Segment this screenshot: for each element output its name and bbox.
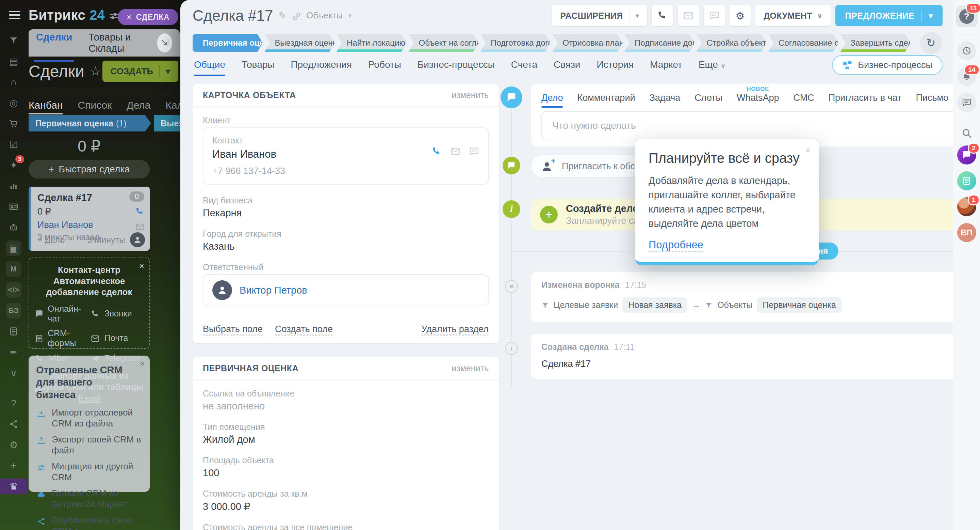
learn-more-link[interactable]: Подробнее (649, 239, 703, 252)
cart-icon[interactable] (6, 116, 21, 131)
responsible-name[interactable]: Виктор Петров (240, 285, 307, 296)
favorite-star-icon[interactable]: ☆ (90, 64, 102, 79)
stage-3[interactable]: Найти локацию (337, 34, 407, 52)
messenger-icon[interactable]: 2 (957, 145, 976, 164)
help-icon[interactable]: ? (6, 396, 21, 411)
add-todo-button[interactable]: + (540, 206, 558, 223)
stage-6[interactable]: Отрисовка планогра... (553, 34, 623, 52)
extensions-button[interactable]: РАСШИРЕНИЯ ▾ (552, 5, 647, 26)
history-clock-icon[interactable] (957, 41, 976, 60)
structure-icon[interactable] (6, 416, 21, 432)
timeline-tab-задача[interactable]: Задача (649, 93, 681, 103)
phone-icon[interactable] (135, 206, 144, 216)
kanban-column-header[interactable]: Первичная оценка (1) (29, 115, 151, 131)
field-value[interactable]: 3 000.00 ₽ (203, 501, 488, 512)
code-icon[interactable]: </> (6, 282, 21, 298)
kanban-deal-card[interactable]: Сделка #17 0 0 ₽ Иван Иванов 3 минуты на… (29, 187, 150, 251)
menu-hamburger-icon[interactable] (9, 11, 21, 20)
timeline-tab-пригласить в чат[interactable]: Пригласить в чат (829, 93, 902, 103)
stage-1[interactable]: Первичная оценка (192, 34, 263, 52)
chat-icon[interactable] (469, 145, 479, 156)
tab-общие[interactable]: Общие (194, 59, 225, 70)
tab-товары[interactable]: Товары (242, 59, 274, 70)
products-icon[interactable]: ▣ (6, 241, 21, 256)
crm-icon[interactable]: ✦3 (6, 157, 21, 173)
market-icon[interactable]: M (6, 261, 21, 277)
mail-button[interactable] (678, 5, 699, 26)
kanban-card-title[interactable]: Сделка #17 (37, 192, 143, 203)
tab-счета[interactable]: Счета (511, 59, 537, 70)
target-icon[interactable]: ◎ (6, 95, 21, 111)
tasks-icon[interactable]: ☑ (6, 137, 21, 152)
chart-icon[interactable] (6, 178, 21, 194)
tab-история[interactable]: История (597, 59, 633, 70)
tab-предложения[interactable]: Предложения (291, 59, 352, 70)
tab-роботы[interactable]: Роботы (368, 59, 401, 70)
news-feed-icon[interactable] (957, 171, 976, 190)
link-icon[interactable] (292, 10, 301, 21)
stage-2[interactable]: Выездная оценка (265, 34, 335, 52)
user-avatar[interactable]: ВП (957, 223, 976, 242)
sign-icon[interactable]: ✒ (6, 344, 21, 360)
channel-звонки[interactable]: Звонки (90, 304, 143, 324)
create-deal-button[interactable]: СОЗДАТЬ ▾ (102, 61, 178, 82)
kb-icon[interactable]: БЗ (6, 303, 21, 318)
timeline-entry-deal-created[interactable]: i Создана сделка 17:11 Сделка #17 (531, 334, 980, 379)
workspace-tab-1[interactable]: Сделки (36, 32, 72, 54)
calendar-icon[interactable]: ▤ (6, 53, 21, 69)
workspace-tab-2[interactable]: Товары и Склады (89, 32, 141, 54)
document-button[interactable]: ДОКУМЕНТ ∨ (756, 5, 830, 26)
chevron-down-icon[interactable]: ▾ (929, 11, 933, 21)
responsible-sub-card[interactable]: Виктор Петров (203, 274, 488, 306)
view-tab-3[interactable]: Дела (127, 99, 150, 111)
entity-selector[interactable]: Объекты (306, 10, 343, 21)
add-icon[interactable]: + (6, 458, 21, 473)
chevron-down-icon[interactable]: ▾ (166, 66, 170, 77)
dialogs-icon[interactable] (957, 93, 976, 112)
store-icon[interactable]: ⌂ (6, 74, 21, 90)
close-icon[interactable]: × (139, 261, 144, 271)
timeline-tab-смс[interactable]: СМС (793, 93, 814, 103)
slider-icon[interactable] (109, 9, 119, 21)
channel-почта[interactable]: Почта (90, 328, 143, 348)
assistant-avatar[interactable]: 1 (957, 197, 976, 216)
robot-icon[interactable] (6, 220, 21, 235)
close-icon[interactable]: × (140, 358, 145, 369)
quick-deal-button[interactable]: + Быстрая сделка (29, 160, 150, 179)
deal-slider-chip[interactable]: × СДЕЛКА (118, 9, 178, 25)
stage-4[interactable]: Объект на согласова... (409, 34, 479, 52)
filter-icon[interactable] (6, 33, 21, 48)
chevron-down-icon[interactable]: ▾ (636, 11, 639, 20)
notifications-bell-icon[interactable]: 14 (957, 67, 976, 86)
field-value[interactable]: Жилой дом (203, 434, 488, 445)
stage-5[interactable]: Подготовка договор... (480, 34, 551, 52)
contacts-icon[interactable] (6, 199, 21, 215)
industry-item[interactable]: Экспорт своей CRM в файл (36, 434, 142, 456)
channel-онлайн-чат[interactable]: Онлайн-чат (35, 304, 88, 324)
collapse-button[interactable]: ⇲ (157, 34, 172, 53)
tab-маркет[interactable]: Маркет (650, 59, 682, 70)
edit-link[interactable]: изменить (452, 364, 488, 373)
stage-9[interactable]: Согласование свода ... (768, 34, 839, 52)
timeline-tab-whatsapp[interactable]: НОВОЕWhatsApp (737, 93, 779, 103)
collapse-icon[interactable]: ∨ (6, 365, 21, 381)
timeline-entry-funnel-changed[interactable]: ≡ Изменена воронка 17:15 Целевые заявкиН… (531, 272, 980, 322)
todo-input[interactable] (552, 120, 980, 131)
settings-icon[interactable]: ⚙ (6, 437, 21, 453)
contact-phone[interactable]: +7 966 137-14-33 (212, 166, 479, 176)
tab-связи[interactable]: Связи (554, 59, 580, 70)
chevron-down-icon[interactable]: ▾ (348, 11, 352, 20)
timeline-tab-комментарий[interactable]: Комментарий (577, 93, 635, 103)
select-field-link[interactable]: Выбрать поле (203, 324, 263, 334)
tab-еще[interactable]: Еще∨ (698, 59, 726, 70)
edit-link[interactable]: изменить (452, 90, 488, 100)
industry-item[interactable]: Готовая CRM из Битрикс24.Маркет (36, 488, 142, 510)
timeline-tab-дело[interactable]: Дело (541, 93, 563, 103)
docs-icon[interactable] (6, 324, 21, 339)
view-tab-1[interactable]: Канбан (29, 99, 63, 111)
business-process-button[interactable]: Бизнес-процессы (832, 55, 943, 75)
search-icon[interactable] (961, 126, 972, 139)
stage-8[interactable]: Стройка объекта (697, 34, 767, 52)
delete-section-link[interactable]: Удалить раздел (421, 324, 488, 334)
timeline-tab-слоты[interactable]: Слоты (695, 93, 722, 103)
